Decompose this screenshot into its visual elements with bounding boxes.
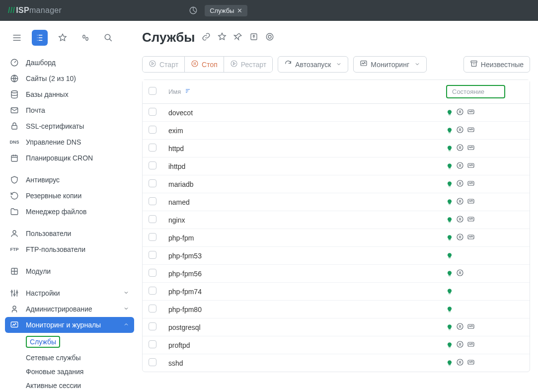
row-checkbox[interactable] (149, 144, 156, 152)
sidebar-item-db[interactable]: Базы данных (5, 86, 134, 102)
bulb-icon (446, 360, 453, 367)
stats-icon[interactable] (186, 3, 201, 18)
bulb-icon (446, 109, 453, 116)
star-icon[interactable] (218, 32, 227, 43)
table-row[interactable]: proftpd (143, 336, 530, 354)
row-checkbox[interactable] (149, 179, 156, 187)
autostart-icon (456, 197, 464, 207)
sidebar-item-settings[interactable]: Настройки (5, 285, 134, 301)
row-checkbox[interactable] (149, 197, 156, 205)
sidebar-item-dashboard[interactable]: Дашборд (5, 55, 134, 71)
list-view-icon[interactable] (32, 30, 48, 46)
table-row[interactable]: nginx (143, 211, 530, 229)
svg-rect-8 (12, 126, 17, 130)
monitor-icon (467, 179, 475, 189)
sidebar-item-backup[interactable]: Резервные копии (5, 188, 134, 204)
topbar: /// ISP manager Службы ✕ (0, 0, 538, 21)
row-checkbox[interactable] (149, 251, 156, 259)
sidebar-item-label: Пользователи (26, 230, 71, 237)
table-row[interactable]: postgresql (143, 318, 530, 336)
sidebar-item-users[interactable]: Пользователи (5, 226, 134, 241)
table-row[interactable]: sshd (143, 354, 530, 372)
restart-button[interactable]: Рестарт (224, 57, 272, 72)
search-icon[interactable] (100, 30, 116, 46)
row-checkbox[interactable] (149, 287, 156, 295)
star-icon[interactable] (55, 30, 71, 46)
stop-icon (191, 60, 199, 69)
row-checkbox[interactable] (149, 322, 156, 330)
row-checkbox[interactable] (149, 161, 156, 169)
row-checkbox[interactable] (149, 358, 156, 366)
monitoring-button[interactable]: Мониторинг (353, 56, 427, 73)
sidebar-item-ssl[interactable]: SSL-сертификаты (5, 118, 134, 134)
menu-toggle-icon[interactable] (9, 30, 25, 46)
logo[interactable]: /// ISP manager (8, 6, 62, 15)
autostart-icon (456, 126, 464, 135)
sidebar-item-ftp[interactable]: FTP FTP-пользователи (5, 241, 134, 257)
sidebar-sub-bg[interactable]: Фоновые задания (26, 365, 134, 379)
pin-icon[interactable] (233, 32, 242, 43)
table-row[interactable]: httpd (143, 140, 530, 157)
row-checkbox[interactable] (149, 108, 156, 116)
table-row[interactable]: php-fpm (143, 229, 530, 247)
sidebar-item-files[interactable]: Менеджер файлов (5, 204, 134, 220)
table-row[interactable]: php-fpm80 (143, 301, 530, 318)
tab-close-icon[interactable]: ✕ (237, 7, 242, 14)
table-row[interactable]: mariadb (143, 175, 530, 193)
sidebar-item-cron[interactable]: Планировщик CRON (5, 150, 134, 166)
table-row[interactable]: php-fpm53 (143, 247, 530, 265)
sidebar-item-modules[interactable]: Модули (5, 263, 134, 279)
row-checkbox[interactable] (149, 269, 156, 277)
admin-icon (10, 305, 19, 314)
stop-button[interactable]: Стоп (185, 57, 224, 72)
newwindow-icon[interactable] (249, 32, 258, 43)
select-all-checkbox[interactable] (149, 87, 156, 95)
footprints-icon[interactable] (77, 30, 93, 46)
state-icons (446, 340, 524, 350)
help-icon[interactable] (265, 32, 274, 43)
sidebar-item-sites[interactable]: Сайты (2 из 10) (5, 71, 134, 86)
row-checkbox[interactable] (149, 126, 156, 134)
sidebar-item-admin[interactable]: Администрирование (5, 301, 134, 317)
table-row[interactable]: php-fpm56 (143, 265, 530, 283)
sidebar-sub-net[interactable]: Сетевые службы (26, 351, 134, 365)
table-row[interactable]: exim (143, 122, 530, 140)
table-row[interactable]: named (143, 193, 530, 211)
row-checkbox[interactable] (149, 305, 156, 313)
sidebar-item-antivirus[interactable]: Антивирус (5, 172, 134, 188)
row-checkbox[interactable] (149, 233, 156, 241)
sidebar-item-mail[interactable]: Почта (5, 102, 134, 118)
row-checkbox[interactable] (149, 340, 156, 348)
service-name: postgresql (162, 318, 440, 336)
user-icon (10, 229, 19, 238)
svg-point-22 (231, 61, 237, 67)
col-state-highlighted[interactable]: Состояние (446, 85, 505, 98)
highlight-services: Службы (26, 336, 60, 348)
sidebar-sub-sessions[interactable]: Активные сессии (26, 379, 134, 392)
col-name[interactable]: Имя (168, 88, 181, 95)
autostart-icon (456, 358, 464, 368)
monitor-icon (467, 108, 475, 117)
chevron-down-icon (123, 305, 129, 313)
sidebar-sub-services[interactable]: Службы (26, 333, 134, 351)
table-row[interactable]: ihttpd (143, 157, 530, 175)
sidebar-item-label: FTP-пользователи (26, 245, 85, 253)
svg-point-27 (457, 127, 463, 133)
svg-point-6 (11, 91, 17, 93)
link-icon[interactable] (202, 32, 211, 43)
sidebar-item-monitoring[interactable]: Мониторинг и журналы (5, 317, 134, 333)
database-icon (10, 90, 19, 99)
unknown-button[interactable]: Неизвестные (463, 56, 530, 73)
tab-services[interactable]: Службы ✕ (205, 5, 247, 16)
table-row[interactable]: dovecot (143, 104, 530, 122)
state-icons (446, 252, 524, 259)
sidebar-item-dns[interactable]: DNS Управление DNS (5, 134, 134, 150)
autostart-icon (456, 269, 464, 278)
service-name: proftpd (162, 336, 440, 354)
start-button[interactable]: Старт (143, 57, 185, 72)
table-row[interactable]: php-fpm74 (143, 283, 530, 301)
autostart-button[interactable]: Автозапуск (278, 56, 348, 73)
row-checkbox[interactable] (149, 215, 156, 223)
svg-point-13 (14, 294, 15, 296)
svg-point-15 (13, 306, 16, 309)
